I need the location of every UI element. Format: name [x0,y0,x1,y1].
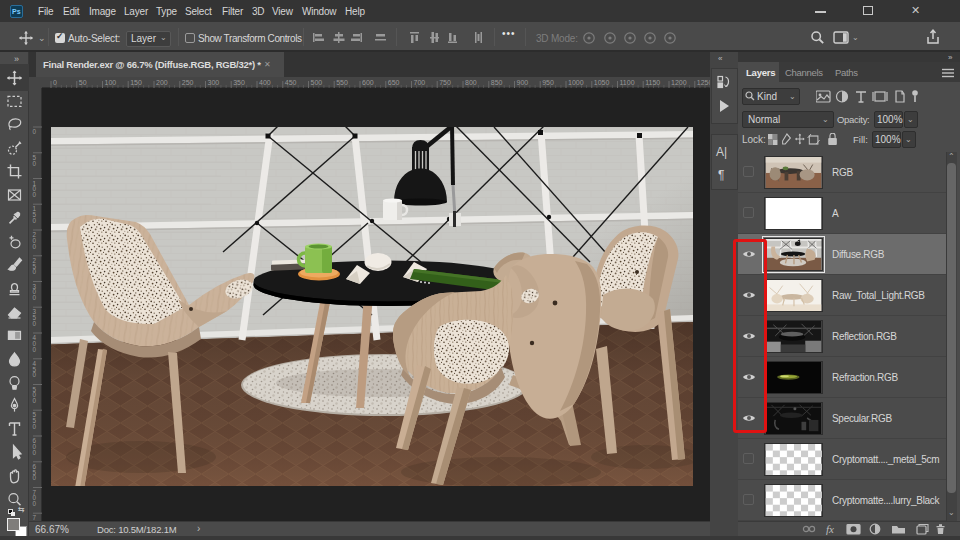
svg-text:0: 0 [33,243,37,250]
svg-text:0: 0 [33,128,37,135]
svg-text:400: 400 [259,79,271,86]
svg-text:500: 500 [311,79,323,86]
svg-text:550: 550 [336,79,348,86]
svg-text:1250: 1250 [697,79,710,86]
svg-text:0: 0 [33,191,37,198]
svg-text:850: 850 [491,79,503,86]
svg-text:1150: 1150 [645,79,660,86]
svg-text:1000: 1000 [568,79,584,86]
svg-text:0: 0 [33,449,37,456]
svg-text:600: 600 [362,79,374,86]
svg-text:750: 750 [439,79,451,86]
svg-text:250: 250 [182,79,194,86]
svg-text:800: 800 [465,79,477,86]
svg-text:950: 950 [542,79,554,86]
svg-text:0: 0 [33,474,37,481]
svg-text:700: 700 [414,79,426,86]
svg-text:350: 350 [233,79,245,86]
svg-text:650: 650 [388,79,400,86]
svg-text:fx: fx [826,523,834,535]
svg-text:0: 0 [33,397,37,404]
svg-text:300: 300 [208,79,220,86]
svg-text:150: 150 [130,79,142,86]
svg-text:0: 0 [33,320,37,327]
svg-text:0: 0 [33,268,37,275]
svg-text:0: 0 [33,294,37,301]
svg-text:0: 0 [33,371,37,378]
svg-text:1100: 1100 [620,79,635,86]
svg-text:0: 0 [33,423,37,430]
svg-text:0: 0 [33,346,37,353]
svg-text:0: 0 [33,160,37,167]
svg-text:1200: 1200 [671,79,687,86]
svg-text:450: 450 [285,79,297,86]
svg-text:100: 100 [105,79,117,86]
svg-text:0: 0 [53,79,57,86]
svg-text:0: 0 [33,217,37,224]
svg-text:200: 200 [156,79,168,86]
svg-text:900: 900 [517,79,529,86]
svg-text:50: 50 [79,79,87,86]
svg-text:1050: 1050 [594,79,610,86]
svg-text:0: 0 [33,500,37,507]
